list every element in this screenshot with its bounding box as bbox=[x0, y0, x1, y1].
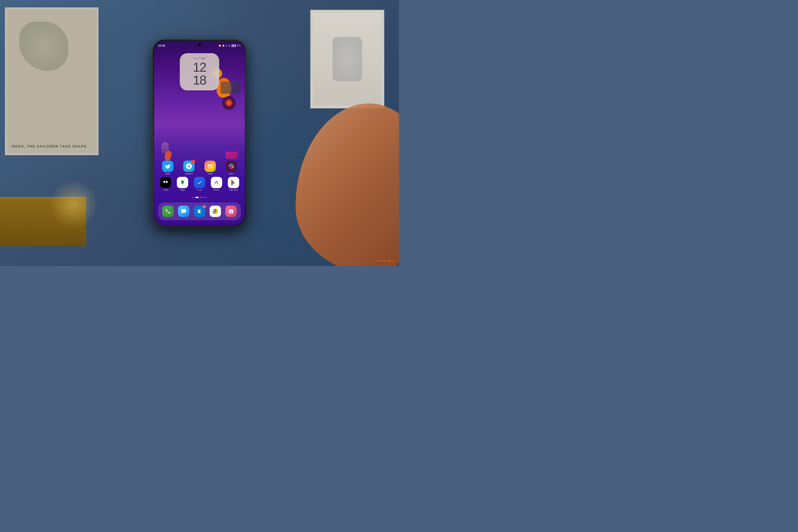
clock-minute: 18 bbox=[185, 74, 214, 87]
dock-camera[interactable] bbox=[224, 206, 239, 217]
clock-hour: 12 bbox=[185, 61, 214, 74]
status-time: 12:18 bbox=[158, 44, 165, 47]
page-dot-1 bbox=[193, 197, 194, 198]
camera-app-icon[interactable] bbox=[225, 206, 237, 217]
dock-outlook[interactable]: 18 bbox=[192, 206, 207, 217]
watermark-main: Pocket bbox=[377, 259, 390, 263]
wallpaper-disc bbox=[222, 96, 236, 110]
dock-phone[interactable] bbox=[160, 206, 175, 217]
front-camera bbox=[198, 43, 201, 46]
svg-point-1 bbox=[216, 181, 217, 182]
telegram-icon[interactable]: 1 bbox=[183, 160, 194, 172]
app-twitter[interactable]: Twitter bbox=[160, 160, 175, 175]
todo-label: To Do bbox=[197, 189, 202, 191]
twitter-icon[interactable] bbox=[162, 160, 173, 172]
app-maps[interactable]: Maps bbox=[175, 177, 190, 191]
todo-icon[interactable] bbox=[194, 177, 205, 188]
messages-app-icon[interactable] bbox=[178, 206, 189, 217]
outlook-badge: 18 bbox=[203, 205, 206, 208]
wifi-icon: ▲ bbox=[228, 44, 230, 47]
notification-icon: 🔔 bbox=[222, 44, 225, 47]
telegram-label: Telegram bbox=[185, 173, 193, 175]
app-wallet[interactable]: Wallet bbox=[203, 160, 217, 175]
wallet-label: Wallet bbox=[207, 173, 213, 175]
page-indicator bbox=[193, 197, 206, 198]
app-dock: 18 bbox=[158, 203, 241, 220]
photos-icon[interactable] bbox=[211, 177, 222, 188]
photos-label: Photos bbox=[213, 189, 220, 191]
outlook-app-icon[interactable]: 18 bbox=[194, 206, 205, 217]
slack-label: Slack bbox=[229, 173, 234, 175]
phone-wrapper: 12:18 ⏰ 🔔 ⊘ ▲ ▐▐▐ 75% Fri, 17 Mar 12 bbox=[153, 39, 246, 227]
wallet-icon[interactable] bbox=[205, 160, 216, 172]
tidal-icon[interactable] bbox=[160, 177, 171, 188]
signal-icon: ▐▐▐ bbox=[231, 44, 236, 47]
page-dot-3 bbox=[200, 197, 201, 198]
maps-label: Maps bbox=[180, 189, 185, 191]
page-dot-4 bbox=[203, 197, 204, 198]
app-todo[interactable]: To Do bbox=[192, 177, 207, 191]
phone-screen-container: 12:18 ⏰ 🔔 ⊘ ▲ ▐▐▐ 75% Fri, 17 Mar 12 bbox=[154, 41, 245, 225]
app-row-2: TIDAL Maps bbox=[157, 177, 242, 191]
clock-date: Fri, 17 Mar bbox=[185, 57, 214, 60]
telegram-badge: 1 bbox=[192, 160, 195, 163]
app-photos[interactable]: Photos bbox=[209, 177, 224, 191]
clock-widget: Fri, 17 Mar 12 18 bbox=[180, 53, 219, 90]
page-dot-5 bbox=[205, 197, 206, 198]
wallpaper-shape-4 bbox=[225, 151, 238, 159]
dock-chrome[interactable] bbox=[208, 206, 223, 217]
status-icons: ⏰ 🔔 ⊘ ▲ ▐▐▐ 75% bbox=[218, 44, 241, 47]
pocketlint-watermark: Pocketlint bbox=[377, 259, 395, 263]
wall-art-right bbox=[310, 10, 384, 108]
playstore-label: Play Store bbox=[229, 189, 238, 191]
phone-device: 12:18 ⏰ 🔔 ⊘ ▲ ▐▐▐ 75% Fri, 17 Mar 12 bbox=[153, 39, 246, 227]
svg-point-3 bbox=[217, 182, 218, 184]
wallpaper-boombox bbox=[221, 81, 241, 94]
app-grid: Twitter 1 Telegram bbox=[154, 160, 245, 193]
app-playstore[interactable]: Play Store bbox=[226, 177, 241, 191]
playstore-icon[interactable] bbox=[228, 177, 239, 188]
svg-point-0 bbox=[182, 181, 183, 183]
app-row-1: Twitter 1 Telegram bbox=[157, 160, 242, 175]
tidal-label: TIDAL bbox=[163, 189, 169, 191]
lamp-glow bbox=[49, 180, 98, 229]
phone-screen: 12:18 ⏰ 🔔 ⊘ ▲ ▐▐▐ 75% Fri, 17 Mar 12 bbox=[154, 41, 245, 225]
dock-messages[interactable] bbox=[176, 206, 191, 217]
twitter-label: Twitter bbox=[165, 173, 171, 175]
page-dot-2 bbox=[195, 197, 199, 198]
clock-time: 12 18 bbox=[185, 61, 214, 87]
app-telegram[interactable]: 1 Telegram bbox=[182, 160, 196, 175]
watermark-accent: lint bbox=[390, 259, 395, 263]
chrome-app-icon[interactable] bbox=[210, 206, 221, 217]
wall-art-left: GODS, THE CHILDREN TAKE SHAPE bbox=[5, 7, 98, 155]
wall-text-left: GODS, THE CHILDREN TAKE SHAPE bbox=[12, 144, 87, 148]
maps-icon[interactable] bbox=[177, 177, 188, 188]
app-slack[interactable]: Slack bbox=[224, 160, 239, 175]
svg-point-2 bbox=[214, 182, 216, 184]
alarm-icon: ⏰ bbox=[218, 44, 221, 47]
slack-icon[interactable] bbox=[226, 160, 237, 172]
phone-app-icon[interactable] bbox=[162, 206, 174, 217]
battery-text: 75% bbox=[236, 44, 241, 47]
app-tidal[interactable]: TIDAL bbox=[158, 177, 173, 191]
silent-icon: ⊘ bbox=[225, 44, 227, 47]
